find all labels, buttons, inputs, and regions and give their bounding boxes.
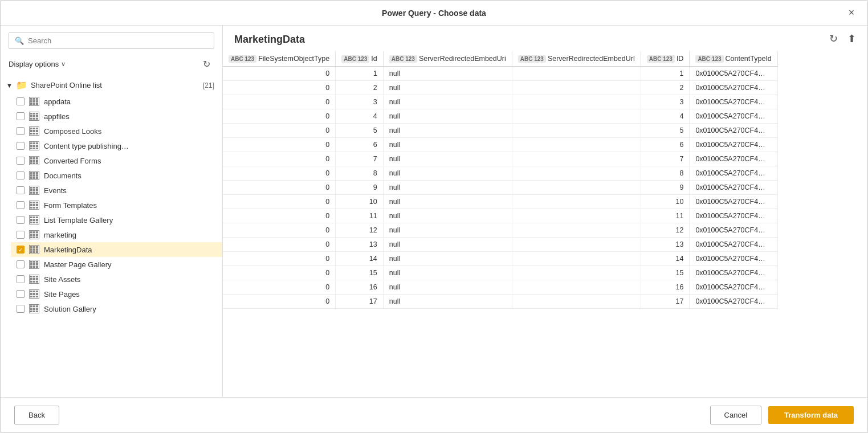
transform-data-button[interactable]: Transform data [768, 406, 854, 424]
checkbox-documents[interactable] [17, 171, 25, 179]
table-row: 015null150x0100C5A270CF4… [223, 266, 777, 280]
checkbox-site-assets[interactable] [17, 275, 25, 283]
table-icon-composed-looks [29, 126, 39, 136]
chevron-down-icon: ∨ [61, 60, 66, 68]
search-input[interactable] [28, 36, 208, 45]
tree-item-events[interactable]: Events [11, 183, 222, 198]
tree-area[interactable]: ▼ 📁 SharePoint Online list [21] appdataa… [1, 76, 222, 397]
table-icon-appdata [29, 97, 39, 106]
tree-item-form-templates[interactable]: Form Templates [11, 198, 222, 213]
tree-item-label-site-assets: Site Assets [44, 275, 80, 284]
tree-item-label-master-page-gallery: Master Page Gallery [44, 260, 112, 269]
tree-item-marketing-data[interactable]: ✓MarketingData [11, 242, 222, 257]
tree-item-label-form-templates: Form Templates [44, 201, 97, 210]
close-button[interactable]: × [843, 5, 859, 21]
checkbox-solution-gallery[interactable] [17, 305, 25, 313]
table-row: 03null30x0100C5A270CF4… [223, 95, 777, 109]
tree-item-composed-looks[interactable]: Composed Looks [11, 124, 222, 138]
data-table: ABC 123FileSystemObjectTypeABC 123IdABC … [223, 51, 778, 309]
tree-item-label-composed-looks: Composed Looks [44, 127, 101, 136]
table-icon-marketing [29, 230, 39, 239]
checkbox-list-template-gallery[interactable] [17, 216, 25, 224]
tree-item-label-documents: Documents [44, 171, 81, 180]
checkbox-converted-forms[interactable] [17, 157, 25, 165]
table-row: 02null20x0100C5A270CF4… [223, 81, 777, 95]
back-button[interactable]: Back [14, 406, 59, 424]
tree-item-label-list-template-gallery: List Template Gallery [44, 216, 113, 224]
table-row: 05null50x0100C5A270CF4… [223, 124, 777, 138]
tree-item-master-page-gallery[interactable]: Master Page Gallery [11, 257, 222, 272]
tree-item-label-content-type-publishing: Content type publishing… [44, 142, 129, 150]
table-icon-form-templates [29, 201, 39, 210]
table-row: 07null70x0100C5A270CF4… [223, 152, 777, 166]
cancel-button[interactable]: Cancel [710, 406, 761, 424]
display-options-label[interactable]: Display options ∨ [9, 60, 66, 68]
right-panel: MarketingData ↻ ⬆ ABC 123FileSystemObjec… [223, 26, 867, 397]
tree-expand-arrow[interactable]: ▼ [6, 82, 13, 89]
tree-item-label-converted-forms: Converted Forms [44, 157, 101, 165]
checkbox-content-type-publishing[interactable] [17, 142, 25, 150]
title-bar: Power Query - Choose data × [1, 1, 867, 26]
table-refresh-button[interactable]: ↻ [829, 32, 838, 45]
table-row: 014null140x0100C5A270CF4… [223, 252, 777, 266]
tree-item-appdata[interactable]: appdata [11, 94, 222, 109]
table-row: 017null170x0100C5A270CF4… [223, 295, 777, 309]
footer: Back Cancel Transform data [1, 397, 867, 432]
table-row: 06null60x0100C5A270CF4… [223, 138, 777, 152]
tree-item-label-appdata: appdata [44, 97, 71, 106]
table-row: 010null100x0100C5A270CF4… [223, 195, 777, 209]
checkbox-composed-looks[interactable] [17, 127, 25, 135]
tree-item-content-type-publishing[interactable]: Content type publishing… [11, 138, 222, 153]
tree-root-label: SharePoint Online list [31, 81, 197, 89]
table-icon-content-type-publishing [29, 141, 39, 150]
col-header-id: ABC 123Id [336, 51, 384, 67]
checkbox-site-pages[interactable] [17, 290, 25, 298]
table-icon-marketing-data [29, 245, 39, 254]
col-header-id: ABC 123ID [641, 51, 690, 67]
table-icon-events [29, 186, 39, 195]
table-row: 011null110x0100C5A270CF4… [223, 209, 777, 223]
col-header-serverredirectedembedurl: ABC 123ServerRedirectedEmbedUrl [512, 51, 641, 67]
checkbox-master-page-gallery[interactable] [17, 260, 25, 268]
search-icon: 🔍 [15, 36, 24, 45]
tree-item-label-solution-gallery: Solution Gallery [44, 305, 96, 313]
refresh-button[interactable]: ↻ [198, 56, 214, 72]
content-area: 🔍 Display options ∨ ↻ ▼ 📁 SharePoint Onl… [1, 26, 867, 397]
left-panel: 🔍 Display options ∨ ↻ ▼ 📁 SharePoint Onl… [1, 26, 223, 397]
tree-item-appfiles[interactable]: appfiles [11, 109, 222, 124]
table-row: 01null10x0100C5A270CF4… [223, 67, 777, 81]
tree-item-site-pages[interactable]: Site Pages [11, 287, 222, 301]
tree-item-solution-gallery[interactable]: Solution Gallery [11, 301, 222, 316]
checkbox-events[interactable] [17, 186, 25, 194]
checkbox-marketing[interactable] [17, 231, 25, 239]
table-row: 016null160x0100C5A270CF4… [223, 280, 777, 295]
tree-item-marketing[interactable]: marketing [11, 227, 222, 242]
tree-item-label-site-pages: Site Pages [44, 290, 80, 299]
display-options-row: Display options ∨ ↻ [1, 54, 222, 76]
table-collapse-button[interactable]: ⬆ [847, 32, 856, 45]
tree-root: ▼ 📁 SharePoint Online list [21] [1, 76, 222, 94]
checkbox-form-templates[interactable] [17, 201, 25, 209]
table-icon-site-pages [29, 289, 39, 299]
checkbox-marketing-data[interactable]: ✓ [17, 246, 25, 254]
table-wrapper[interactable]: ABC 123FileSystemObjectTypeABC 123IdABC … [223, 51, 867, 397]
table-row: 012null120x0100C5A270CF4… [223, 223, 777, 238]
tree-item-list-template-gallery[interactable]: List Template Gallery [11, 213, 222, 227]
tree-items: appdataappfilesComposed LooksContent typ… [1, 94, 222, 316]
tree-item-label-marketing-data: MarketingData [44, 246, 92, 254]
tree-item-site-assets[interactable]: Site Assets [11, 272, 222, 287]
tree-item-converted-forms[interactable]: Converted Forms [11, 153, 222, 168]
checkbox-appfiles[interactable] [17, 112, 25, 120]
table-icon-appfiles [29, 112, 39, 121]
table-row: 013null130x0100C5A270CF4… [223, 238, 777, 252]
table-icon-converted-forms [29, 156, 39, 165]
table-row: 04null40x0100C5A270CF4… [223, 109, 777, 124]
dialog-title: Power Query - Choose data [382, 9, 486, 18]
folder-icon: 📁 [16, 80, 27, 91]
tree-root-count: [21] [203, 81, 214, 89]
search-box: 🔍 [9, 32, 214, 49]
table-icon-list-template-gallery [29, 215, 39, 224]
checkbox-appdata[interactable] [17, 97, 25, 105]
data-title: MarketingData [223, 26, 316, 51]
tree-item-documents[interactable]: Documents [11, 168, 222, 183]
